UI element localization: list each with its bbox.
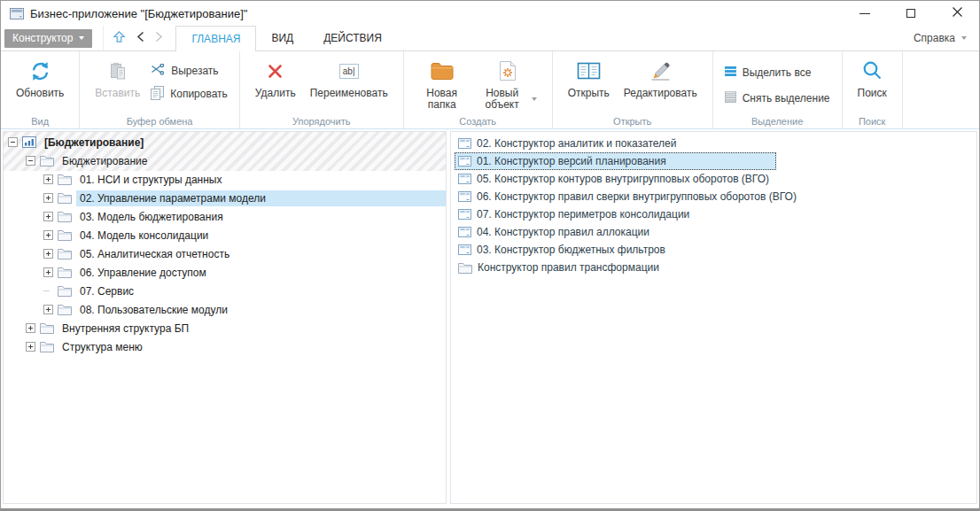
expander-icon[interactable] xyxy=(43,174,53,184)
tree-line xyxy=(43,286,53,296)
expander-icon[interactable] xyxy=(43,305,53,314)
form-icon xyxy=(458,244,471,255)
tree-item[interactable]: [Бюджетирование] xyxy=(4,133,446,151)
navigate-back-button[interactable] xyxy=(136,30,144,46)
paste-button[interactable]: Вставить xyxy=(88,55,147,101)
button-label: Новая папка xyxy=(419,88,465,111)
form-icon xyxy=(458,227,471,237)
ribbon-group-search: Поиск Поиск xyxy=(843,51,903,128)
new-folder-button[interactable]: Новая папка xyxy=(412,55,472,112)
expander-icon[interactable] xyxy=(26,323,35,333)
folder-icon xyxy=(40,322,54,334)
list-item[interactable]: 02. Конструктор аналитик и показателей xyxy=(455,135,976,152)
list-item-label: Конструктор правил трансформации xyxy=(478,261,659,274)
tree-item[interactable]: 08. Пользовательские модули xyxy=(4,300,446,319)
expander-icon[interactable] xyxy=(43,249,53,259)
help-menu-label: Справка xyxy=(914,32,955,44)
search-button[interactable]: Поиск xyxy=(851,55,894,101)
button-label: Удалить xyxy=(255,88,296,99)
folder-icon xyxy=(40,341,54,352)
tree-item[interactable]: Бюджетирование xyxy=(4,151,446,170)
copy-button[interactable]: Копировать xyxy=(147,84,231,104)
constructor-menu-label: Конструктор xyxy=(12,32,73,44)
navigate-forward-button[interactable] xyxy=(155,30,163,46)
tree-item-label: 08. Пользовательские модули xyxy=(76,302,231,318)
tree-item[interactable]: 07. Сервис xyxy=(4,282,446,300)
expander-icon[interactable] xyxy=(43,230,53,240)
chevron-right-icon xyxy=(155,30,163,46)
list-item[interactable]: 06. Конструктор правил сверки внутригруп… xyxy=(455,188,976,205)
tree-item[interactable]: Внутренняя структура БП xyxy=(4,319,446,337)
expander-icon[interactable] xyxy=(43,212,53,221)
expander-icon[interactable] xyxy=(43,193,53,203)
ribbon: Обновить Вид Вставить Вырезать Копироват… xyxy=(1,51,979,129)
refresh-button[interactable]: Обновить xyxy=(9,55,71,101)
expander-icon[interactable] xyxy=(43,267,53,277)
app-icon xyxy=(22,136,36,148)
list-item-label: 07. Конструктор периметров консолидации xyxy=(477,208,689,221)
title-bar[interactable]: Бизнес-приложение "[Бюджетирование]" xyxy=(1,1,979,26)
button-label: Выделить все xyxy=(743,66,812,79)
minimize-button[interactable] xyxy=(852,4,878,23)
ribbon-group-create: Новая папка Новый объект Создать xyxy=(404,51,553,128)
form-icon xyxy=(458,191,471,202)
new-object-button[interactable]: Новый объект xyxy=(472,55,544,112)
tree-item[interactable]: 02. Управление параметрами модели xyxy=(4,189,446,207)
rename-button[interactable]: ab| Переименовать xyxy=(303,55,395,101)
ribbon-group-arrange: Удалить ab| Переименовать Упорядочить xyxy=(240,51,404,128)
list-item-label: 06. Конструктор правил сверки внутригруп… xyxy=(477,190,797,203)
button-label: Новый объект xyxy=(479,88,525,111)
tree-item[interactable]: 04. Модель консолидации xyxy=(4,226,446,244)
expander-icon[interactable] xyxy=(26,156,35,166)
expander-icon[interactable] xyxy=(26,342,35,352)
list-item[interactable]: 01. Конструктор версий планирования xyxy=(455,152,776,170)
clear-selection-icon xyxy=(725,91,736,105)
paste-icon xyxy=(110,57,126,85)
expander-icon[interactable] xyxy=(8,137,18,147)
help-menu-button[interactable]: Справка xyxy=(914,32,967,44)
navigate-up-button[interactable] xyxy=(113,30,126,47)
tree-item[interactable]: 01. НСИ и структуры данных xyxy=(4,170,446,189)
list-item[interactable]: 04. Конструктор правил аллокации xyxy=(455,223,976,241)
tree-item[interactable]: 05. Аналитическая отчетность xyxy=(4,244,446,263)
button-label: Открыть xyxy=(568,88,610,99)
tab-view[interactable]: ВИД xyxy=(256,26,308,50)
refresh-icon xyxy=(29,57,51,85)
button-label: Поиск xyxy=(858,88,887,99)
tab-actions[interactable]: ДЕЙСТВИЯ xyxy=(308,26,397,50)
open-book-icon xyxy=(577,57,601,85)
open-button[interactable]: Открыть xyxy=(561,55,617,101)
ribbon-group-label: Создать xyxy=(404,116,552,127)
list-item[interactable]: 03. Конструктор бюджетных фильтров xyxy=(455,241,976,259)
list-item[interactable]: Конструктор правил трансформации xyxy=(455,259,976,276)
edit-button[interactable]: Редактировать xyxy=(617,55,704,101)
constructor-menu-button[interactable]: Конструктор xyxy=(4,29,92,48)
tab-bar: Конструктор ГЛАВНАЯ ВИД ДЕЙСТВИЯ Справка xyxy=(1,26,979,51)
chevron-down-icon xyxy=(532,97,537,101)
form-icon xyxy=(458,156,471,166)
button-label: Снять выделение xyxy=(743,92,830,105)
list-item-label: 03. Конструктор бюджетных фильтров xyxy=(477,244,665,256)
delete-button[interactable]: Удалить xyxy=(248,55,303,101)
search-icon xyxy=(861,57,883,85)
list-item[interactable]: 07. Конструктор периметров консолидации xyxy=(455,205,976,223)
maximize-button[interactable] xyxy=(898,4,924,23)
close-icon xyxy=(952,5,963,21)
tree-item[interactable]: Структура меню xyxy=(4,337,446,356)
tree-item[interactable]: 06. Управление доступом xyxy=(4,263,446,282)
close-button[interactable] xyxy=(944,4,970,23)
ribbon-group-label: Выделение xyxy=(713,116,842,127)
list-item-label: 02. Конструктор аналитик и показателей xyxy=(477,137,676,150)
folder-icon xyxy=(58,304,72,315)
list-item[interactable]: 05. Конструктор контуров внутригрупповых… xyxy=(455,170,976,188)
clear-selection-button[interactable]: Снять выделение xyxy=(721,89,834,108)
ribbon-group-label: Упорядочить xyxy=(240,116,403,127)
cut-button[interactable]: Вырезать xyxy=(147,61,231,81)
tree-item[interactable]: 03. Модель бюджетирования xyxy=(4,207,446,226)
chevron-left-icon xyxy=(136,30,144,46)
folder-icon xyxy=(58,248,72,259)
folder-tree: [Бюджетирование]Бюджетирование01. НСИ и … xyxy=(4,132,446,356)
tab-main[interactable]: ГЛАВНАЯ xyxy=(175,26,256,51)
select-all-button[interactable]: Выделить все xyxy=(721,63,834,82)
list-item-label: 04. Конструктор правил аллокации xyxy=(477,226,649,238)
